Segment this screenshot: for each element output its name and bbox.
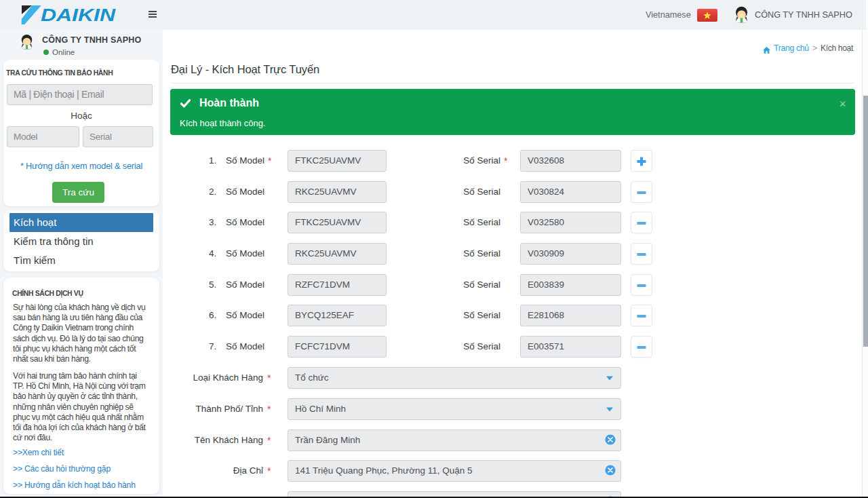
svg-text:DAIKIN: DAIKIN [41, 5, 116, 25]
